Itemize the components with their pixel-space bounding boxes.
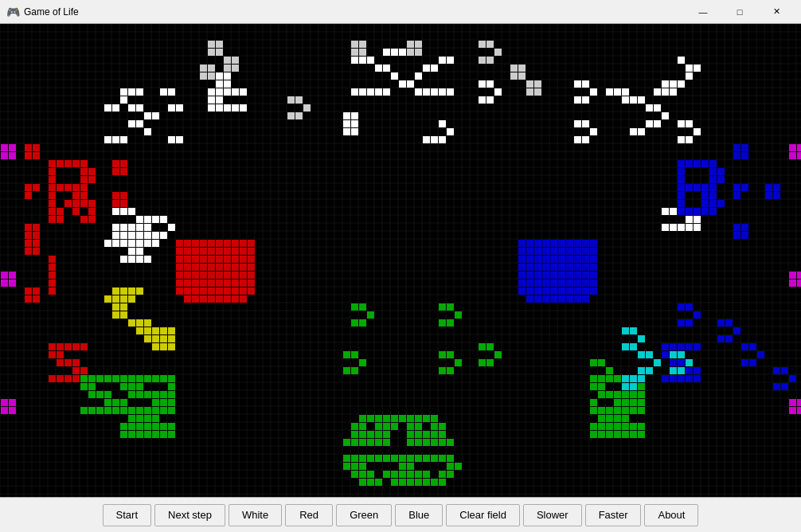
faster-button[interactable]: Faster [585, 504, 642, 526]
minimize-button[interactable]: — [685, 0, 721, 24]
game-canvas[interactable] [0, 24, 801, 497]
window-controls: — □ ✕ [685, 0, 795, 24]
game-area[interactable] [0, 24, 801, 497]
window-title: Game of Life [24, 6, 685, 18]
clear-field-button[interactable]: Clear field [446, 504, 520, 526]
red-button[interactable]: Red [285, 504, 333, 526]
slower-button[interactable]: Slower [523, 504, 582, 526]
about-button[interactable]: About [644, 504, 698, 526]
green-button[interactable]: Green [336, 504, 392, 526]
next-step-button[interactable]: Next step [154, 504, 225, 526]
blue-button[interactable]: Blue [395, 504, 443, 526]
app-icon: 🎮 [6, 6, 19, 18]
title-bar: 🎮 Game of Life — □ ✕ [0, 0, 801, 24]
close-button[interactable]: ✕ [758, 0, 795, 24]
toolbar: StartNext stepWhiteRedGreenBlueClear fie… [0, 497, 801, 532]
start-button[interactable]: Start [103, 504, 151, 526]
maximize-button[interactable]: □ [721, 0, 758, 24]
white-button[interactable]: White [229, 504, 282, 526]
